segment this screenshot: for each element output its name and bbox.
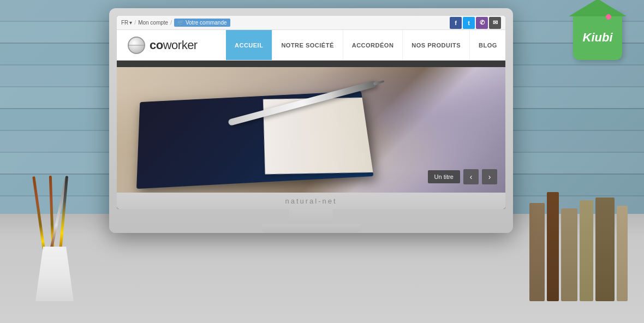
hero-title-area: Un titre ‹ › <box>428 169 497 184</box>
top-bar: FR ▾ / Mon compte / 🛒 Votre commande f t… <box>117 16 505 30</box>
social-icons: f t ✆ ✉ <box>450 17 501 29</box>
monitor-base <box>262 224 360 233</box>
books-container <box>529 181 628 301</box>
nav-bar: coworker ACCUEIL NOTRE SOCIÉTÉ ACCORDÉON… <box>117 30 505 61</box>
lang-label: FR <box>121 20 128 26</box>
hero-title-badge: Un titre <box>428 170 460 183</box>
lang-chevron: ▾ <box>129 20 132 26</box>
nav-item-blog[interactable]: BLOG <box>470 30 505 60</box>
nav-items: ACCUEIL NOTRE SOCIÉTÉ ACCORDÉON NOS PROD… <box>226 30 505 60</box>
logo-area: coworker <box>117 30 226 60</box>
book-1 <box>529 203 545 301</box>
nav-item-notre-societe[interactable]: NOTRE SOCIÉTÉ <box>272 30 343 60</box>
kiubi-badge[interactable]: Kiubi <box>573 11 628 65</box>
nav-item-accueil[interactable]: ACCUEIL <box>226 30 272 60</box>
phone-icon[interactable]: ✆ <box>476 17 488 29</box>
separator-2: / <box>170 20 172 26</box>
vase <box>35 247 74 301</box>
website: FR ▾ / Mon compte / 🛒 Votre commande f t… <box>117 16 505 193</box>
brushes-container <box>30 192 85 301</box>
notebook-decoration <box>136 91 373 189</box>
monitor-chin: natural-net <box>117 193 505 209</box>
carousel-prev-button[interactable]: ‹ <box>463 169 479 184</box>
monitor-brand-text: natural-net <box>285 197 337 205</box>
account-link[interactable]: Mon compte <box>138 20 168 26</box>
cart-label: Votre commande <box>186 20 227 26</box>
separator-1: / <box>134 20 136 26</box>
twitter-icon[interactable]: t <box>463 17 475 29</box>
book-2 <box>547 192 559 301</box>
monitor-outer: FR ▾ / Mon compte / 🛒 Votre commande f t… <box>109 8 513 233</box>
lang-button[interactable]: FR ▾ <box>121 20 132 26</box>
book-3 <box>561 208 577 301</box>
book-5 <box>595 198 615 301</box>
kiubi-dot <box>606 14 611 20</box>
kiubi-house: Kiubi <box>573 11 622 60</box>
logo-text: coworker <box>150 38 198 52</box>
dark-strip <box>117 61 505 67</box>
carousel-next-button[interactable]: › <box>482 169 497 184</box>
book-6 <box>617 206 628 301</box>
monitor-neck <box>289 209 333 224</box>
kiubi-text: Kiubi <box>583 31 613 45</box>
hero-section: Un titre ‹ › <box>117 67 505 193</box>
nav-item-accordeon[interactable]: ACCORDÉON <box>343 30 403 60</box>
email-icon[interactable]: ✉ <box>489 17 501 29</box>
cart-icon: 🛒 <box>177 20 184 26</box>
top-bar-left: FR ▾ / Mon compte / 🛒 Votre commande <box>121 19 230 27</box>
logo-globe <box>128 37 145 54</box>
book-4 <box>580 200 593 301</box>
nav-item-nos-produits[interactable]: NOS PRODUITS <box>403 30 470 60</box>
monitor-bezel: FR ▾ / Mon compte / 🛒 Votre commande f t… <box>117 16 505 209</box>
cart-button[interactable]: 🛒 Votre commande <box>174 19 230 27</box>
facebook-icon[interactable]: f <box>450 17 462 29</box>
